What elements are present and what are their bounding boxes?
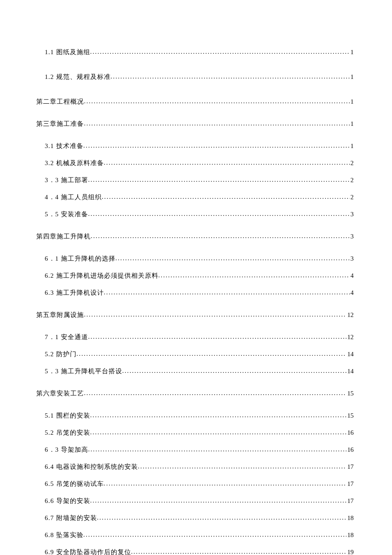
toc-leader-dots [84, 309, 346, 320]
toc-entry: 6.5 吊笼的驱动试车17 [36, 479, 354, 489]
toc-page-number: 17 [346, 479, 354, 489]
toc-leader-dots [104, 157, 350, 168]
toc-entry: 第二章工程概况1 [36, 96, 354, 107]
toc-label: 6.5 吊笼的驱动试车 [45, 479, 104, 489]
toc-entry: 第四章施工升降机3 [36, 231, 354, 241]
toc-leader-dots [84, 140, 350, 151]
toc-page-number: 14 [346, 349, 354, 359]
toc-entry: 6.2 施工升降机进场必须提供相关原料4 [36, 270, 354, 281]
toc-page-number: 3 [350, 209, 354, 219]
toc-page-number: 1 [350, 96, 354, 107]
toc-page-number: 14 [346, 366, 354, 376]
toc-label: 第四章施工升降机 [36, 231, 91, 241]
toc-page-number: 18 [346, 530, 354, 540]
toc-page-number: 12 [346, 310, 354, 320]
toc-label: 3．3 施工部署 [45, 175, 88, 185]
toc-leader-dots [104, 478, 347, 488]
toc-entry: 3．3 施工部署2 [36, 175, 354, 185]
toc-leader-dots [90, 495, 347, 506]
toc-leader-dots [90, 410, 347, 420]
toc-page-number: 16 [346, 427, 354, 438]
toc-leader-dots [138, 461, 347, 471]
toc-entry: 5.2 防护门14 [36, 349, 354, 359]
toc-label: 5.1 围栏的安装 [45, 410, 90, 421]
toc-leader-dots [115, 253, 350, 263]
toc-label: 6.3 施工升降机设计 [45, 288, 104, 298]
toc-label: 6.2 施工升降机进场必须提供相关原料 [45, 270, 159, 281]
toc-leader-dots [102, 192, 350, 202]
toc-page-number: 17 [346, 496, 354, 506]
toc-label: 5.2 吊笼的安装 [45, 427, 90, 438]
toc-label: 第五章附属设施 [36, 310, 84, 320]
toc-leader-dots [122, 366, 346, 376]
toc-label: 1.2 规范、规程及标准 [45, 72, 111, 82]
toc-leader-dots [88, 331, 346, 342]
toc-leader-dots [91, 231, 350, 241]
toc-entry: 5.2 吊笼的安装16 [36, 427, 354, 438]
toc-entry: 6.8 坠落实验18 [36, 530, 354, 540]
toc-label: 5．5 安装准备 [45, 209, 88, 219]
toc-leader-dots [84, 96, 350, 106]
toc-entry: 6.7 附墙架的安装18 [36, 513, 354, 523]
toc-label: 5．3 施工升降机平台搭设 [45, 366, 122, 376]
toc-page-number: 15 [346, 410, 354, 421]
toc-label: 7．1 安全通道 [45, 332, 88, 342]
toc-leader-dots [97, 512, 347, 523]
toc-label: 5.2 防护门 [45, 349, 77, 359]
toc-label: 第二章工程概况 [36, 96, 84, 107]
toc-entry: 1.1 图纸及施组1 [36, 47, 354, 57]
toc-label: 6.8 坠落实验 [45, 530, 84, 540]
toc-page-number: 1 [350, 47, 354, 57]
toc-entry: 6．3 导架加高16 [36, 445, 354, 455]
toc-label: 6.6 导架的安装 [45, 496, 90, 506]
toc-label: 6.4 电器设施和控制系统的安装 [45, 462, 138, 472]
toc-entry: 7．1 安全通道12 [36, 332, 354, 342]
toc-entry: 3.1 技术准备1 [36, 141, 354, 151]
toc-page-number: 18 [346, 513, 354, 523]
toc-entry: 1.2 规范、规程及标准1 [36, 72, 354, 82]
toc-label: 6.7 附墙架的安装 [45, 513, 97, 523]
toc-leader-dots [104, 287, 350, 297]
toc-page-number: 12 [346, 332, 354, 342]
toc-label: 6．1 施工升降机的选择 [45, 253, 115, 264]
toc-entry: 6.4 电器设施和控制系统的安装17 [36, 462, 354, 472]
toc-leader-dots [88, 444, 346, 454]
toc-page-number: 19 [346, 547, 354, 555]
toc-leader-dots [84, 529, 347, 540]
toc-entry: 第三章施工准备1 [36, 119, 354, 129]
toc-entry: 第五章附属设施12 [36, 310, 354, 320]
toc-label: 3.2 机械及原料准备 [45, 158, 104, 168]
toc-leader-dots [159, 270, 350, 280]
toc-page-number: 1 [350, 72, 354, 82]
toc-entry: 5．3 施工升降机平台搭设14 [36, 366, 354, 376]
toc-page-number: 3 [350, 253, 354, 264]
toc-page-number: 15 [346, 388, 354, 398]
table-of-contents: 1.1 图纸及施组11.2 规范、规程及标准1第二章工程概况1第三章施工准备13… [36, 47, 354, 555]
toc-entry: 5.1 围栏的安装15 [36, 410, 354, 421]
toc-label: 第六章安装工艺 [36, 388, 84, 398]
toc-page-number: 4 [350, 288, 354, 298]
toc-label: 1.1 图纸及施组 [45, 47, 90, 57]
toc-label: 6．3 导架加高 [45, 445, 88, 455]
toc-entry: 6.6 导架的安装17 [36, 496, 354, 506]
toc-leader-dots [84, 118, 350, 128]
toc-page-number: 2 [350, 158, 354, 168]
toc-label: 4．4 施工人员组织 [45, 192, 102, 202]
toc-leader-dots [88, 209, 350, 219]
toc-leader-dots [84, 388, 346, 398]
toc-page-number: 4 [350, 270, 354, 281]
toc-leader-dots [131, 546, 347, 555]
toc-page-number: 17 [346, 462, 354, 472]
toc-label: 6.9 安全防坠器动作后的复位 [45, 547, 131, 555]
toc-page-number: 1 [350, 119, 354, 129]
toc-leader-dots [77, 349, 347, 359]
toc-entry: 3.2 机械及原料准备2 [36, 158, 354, 168]
toc-page-number: 1 [350, 141, 354, 151]
toc-page-number: 16 [346, 445, 354, 455]
toc-label: 第三章施工准备 [36, 119, 84, 129]
toc-entry: 6.9 安全防坠器动作后的复位19 [36, 547, 354, 555]
toc-entry: 4．4 施工人员组织2 [36, 192, 354, 202]
toc-leader-dots [88, 174, 350, 185]
toc-entry: 第六章安装工艺15 [36, 388, 354, 398]
toc-page-number: 2 [350, 192, 354, 202]
